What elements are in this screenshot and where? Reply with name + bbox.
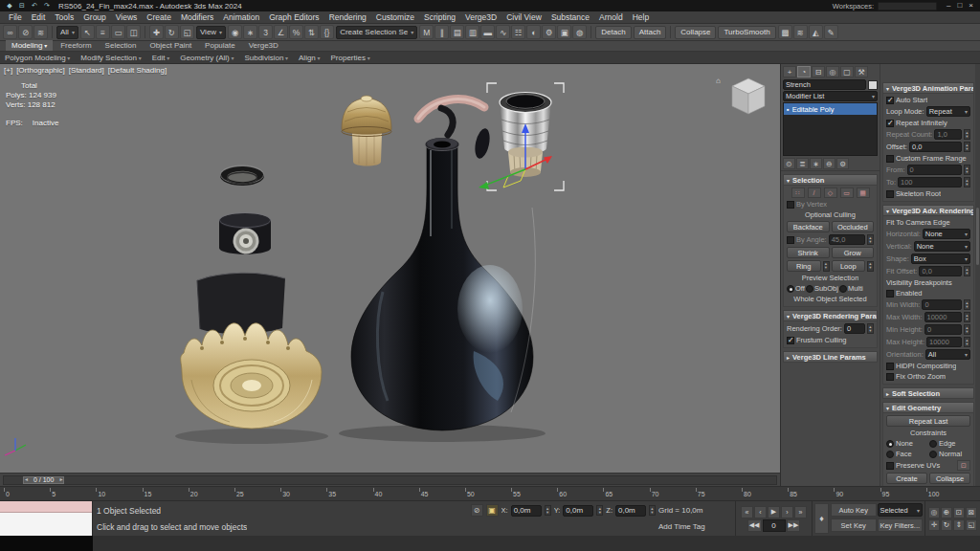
menu-item[interactable]: Scripting [419, 12, 460, 22]
display-tab-icon[interactable]: ▢ [840, 66, 854, 77]
menu-item[interactable]: Group [78, 12, 111, 22]
shape-dropdown[interactable]: Box [911, 253, 970, 264]
create-tab-icon[interactable]: + [783, 66, 796, 77]
pin-stack-icon[interactable]: ⊙ [783, 158, 795, 169]
max-width-field[interactable]: 10000 [924, 312, 962, 322]
bottle-object[interactable] [351, 138, 535, 430]
rendering-order-spinner[interactable] [867, 323, 874, 334]
menu-item[interactable]: Civil View [501, 12, 546, 22]
home-icon[interactable]: ⌂ [716, 77, 721, 85]
hierarchy-tab-icon[interactable]: ⊟ [812, 66, 825, 77]
maximize-icon[interactable]: □ [957, 1, 962, 11]
zoom-extents-icon[interactable]: ⊡ [953, 507, 965, 518]
rendered-frame-icon[interactable]: ▣ [557, 25, 571, 39]
max-height-spinner[interactable] [964, 337, 970, 347]
show-end-result-icon[interactable]: ≣ [796, 158, 809, 169]
polygon-subobject-icon[interactable]: ▭ [840, 187, 854, 198]
by-angle-checkbox[interactable] [787, 236, 794, 244]
element-subobject-icon[interactable]: ▦ [857, 187, 870, 198]
minimize-icon[interactable]: – [947, 1, 950, 11]
orbit-icon[interactable]: ↻ [941, 519, 952, 531]
play-icon[interactable]: ▶ [768, 506, 780, 518]
vertical-dropdown[interactable]: None [914, 241, 970, 252]
menu-item[interactable]: File [4, 12, 27, 22]
dark-curl-object[interactable] [441, 108, 453, 135]
enabled-checkbox[interactable] [886, 290, 894, 298]
ribbon-toggle-icon[interactable]: ▬ [480, 25, 495, 39]
menu-item[interactable]: Help [628, 12, 654, 22]
menu-item[interactable]: Substance [546, 12, 594, 22]
z-coordinate-field[interactable]: 0,0m [615, 505, 646, 517]
edge-subobject-icon[interactable]: / [808, 187, 821, 198]
angle-snap-icon[interactable]: ∠ [274, 25, 288, 39]
shrink-button[interactable]: Shrink [787, 247, 830, 258]
set-keys-button[interactable]: ♦ [814, 503, 829, 534]
object-name-field[interactable]: Strench [783, 79, 866, 90]
constraint-normal-radio[interactable] [929, 451, 937, 458]
named-selection-sets-icon[interactable]: {} [320, 25, 334, 39]
crease-icon[interactable]: ◭ [809, 25, 823, 39]
v3d-adv-rendering-rollout-header[interactable]: Verge3D Adv. Rendering F [882, 205, 974, 216]
select-and-scale-icon[interactable]: ◱ [180, 25, 194, 39]
fix-ortho-zoom-checkbox[interactable] [886, 373, 894, 381]
go-to-end-icon[interactable]: » [794, 506, 807, 518]
auto-start-checkbox[interactable] [886, 97, 894, 104]
schematic-view-icon[interactable]: ☷ [511, 25, 525, 39]
fit-offset-field[interactable]: 0,0 [919, 266, 962, 276]
crease-set-icon[interactable]: ✎ [824, 25, 838, 39]
create-button[interactable]: Create [886, 473, 927, 484]
align-icon[interactable]: ∥ [434, 25, 449, 39]
loop-mode-dropdown[interactable]: Repeat [926, 106, 970, 117]
current-frame-field[interactable]: 0 [763, 519, 786, 532]
max-height-field[interactable]: 10000 [926, 337, 962, 347]
skeleton-root-checkbox[interactable] [886, 190, 894, 198]
percent-snap-icon[interactable]: % [289, 25, 303, 39]
motion-tab-icon[interactable]: ◎ [826, 66, 839, 77]
crown-band-object[interactable] [181, 323, 322, 429]
ribbon-panel[interactable]: Polygon Modeling [5, 54, 70, 62]
collapse-button[interactable]: Collapse [675, 26, 716, 39]
offset-spinner[interactable] [964, 142, 970, 152]
banded-ring-object[interactable] [219, 212, 271, 253]
ribbon-tab[interactable]: Modeling [6, 40, 53, 51]
spinner-snap-icon[interactable]: ⇅ [304, 25, 319, 39]
ribbon-tab[interactable]: Object Paint [145, 40, 198, 51]
remove-modifier-icon[interactable]: ⊖ [823, 158, 835, 169]
viewport-menu[interactable]: [+] [4, 66, 12, 75]
maximize-viewport-icon[interactable]: ◱ [966, 519, 977, 531]
preserve-uvs-settings-icon[interactable]: ⊡ [957, 460, 970, 471]
ribbon-tab[interactable]: Selection [100, 40, 143, 51]
workspaces-dropdown[interactable] [878, 2, 937, 11]
reference-coordinate-dropdown[interactable]: View [196, 26, 226, 39]
from-spinner[interactable] [964, 165, 970, 175]
loop-spinner[interactable] [867, 261, 874, 272]
menu-item[interactable]: Verge3D [460, 12, 501, 22]
border-subobject-icon[interactable]: ◇ [824, 187, 837, 198]
window-crossing-icon[interactable]: ◫ [126, 25, 141, 39]
frustum-culling-checkbox[interactable] [787, 337, 794, 344]
time-slider-handle[interactable]: 0 / 100 [23, 476, 64, 484]
viewport-menu[interactable]: [Default Shading] [108, 66, 167, 75]
listener-script-row[interactable] [0, 513, 92, 536]
layer-manager-icon[interactable]: ▤ [450, 25, 464, 39]
ribbon-panel[interactable]: Edit [152, 54, 169, 62]
pan-icon[interactable]: ✛ [928, 519, 940, 531]
y-spinner[interactable] [596, 505, 603, 516]
command-panel-scrollbar[interactable] [975, 64, 980, 486]
x-spinner[interactable] [545, 505, 551, 516]
ribbon-panel[interactable]: Geometry (All) [180, 54, 234, 62]
min-height-field[interactable]: 0 [924, 324, 962, 335]
use-nurms-icon[interactable]: ▩ [778, 25, 792, 39]
render-setup-icon[interactable]: ⚙ [542, 25, 556, 39]
x-coordinate-field[interactable]: 0,0m [511, 505, 542, 517]
previous-frame-icon[interactable]: ‹ [754, 506, 767, 518]
v3d-rendering-rollout-header[interactable]: Verge3D Rendering Paran [783, 310, 878, 321]
menu-item[interactable]: Animation [218, 12, 264, 22]
preview-off-radio[interactable] [787, 285, 794, 293]
key-filters-button[interactable]: Key Filters... [878, 518, 924, 532]
menu-item[interactable]: Modifiers [176, 12, 218, 22]
menu-item[interactable]: Create [142, 12, 176, 22]
zoom-icon[interactable]: ◎ [928, 507, 940, 518]
viewport-menu[interactable]: [Orthographic] [16, 66, 65, 75]
isoline-display-icon[interactable]: ≋ [793, 25, 808, 39]
